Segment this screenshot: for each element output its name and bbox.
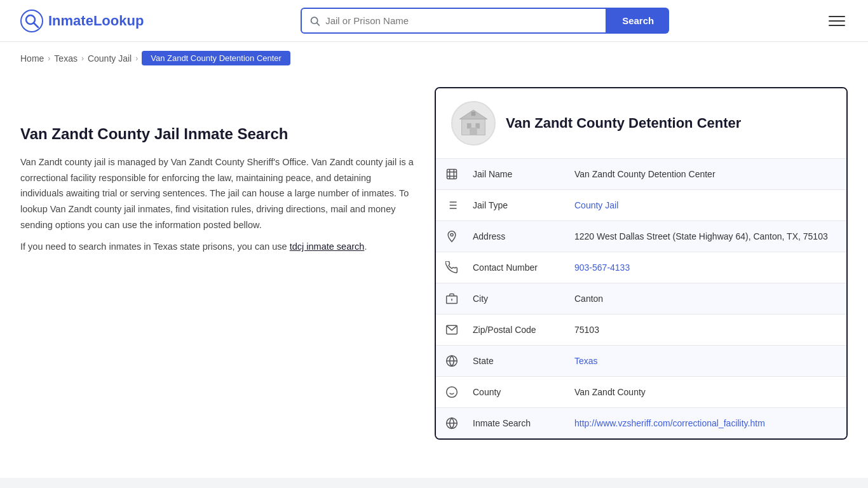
info-value: 75103 bbox=[569, 316, 846, 344]
info-row: StateTexas bbox=[436, 345, 846, 376]
breadcrumb-sep-3: › bbox=[135, 54, 138, 63]
description-paragraph-2: If you need to search inmates in Texas s… bbox=[20, 239, 414, 255]
info-value[interactable]: County Jail bbox=[569, 191, 846, 219]
svg-line-4 bbox=[317, 22, 320, 25]
footer-area bbox=[0, 478, 868, 488]
search-button[interactable]: Search bbox=[607, 8, 669, 34]
info-label: Jail Type bbox=[468, 191, 569, 219]
search-input[interactable] bbox=[325, 9, 598, 32]
info-label: State bbox=[468, 347, 569, 375]
info-value[interactable]: http://www.vzsheriff.com/correctional_fa… bbox=[569, 409, 846, 437]
svg-point-22 bbox=[451, 233, 453, 236]
info-card: Van Zandt County Detention Center Jail N… bbox=[435, 87, 848, 440]
svg-point-30 bbox=[447, 387, 458, 398]
info-label: Zip/Postal Code bbox=[468, 316, 569, 344]
svg-rect-10 bbox=[471, 112, 476, 116]
info-value-link[interactable]: Texas bbox=[574, 356, 598, 366]
globe-icon bbox=[436, 346, 468, 376]
info-value-link[interactable]: County Jail bbox=[574, 200, 618, 210]
info-label: City bbox=[468, 285, 569, 313]
info-label: County bbox=[468, 378, 569, 406]
info-value[interactable]: 903-567-4133 bbox=[569, 254, 846, 281]
logo-icon bbox=[20, 10, 43, 32]
info-rows: Jail NameVan Zandt County Detention Cent… bbox=[436, 158, 846, 438]
info-value: Van Zandt County Detention Center bbox=[569, 160, 846, 188]
breadcrumb-sep-2: › bbox=[81, 54, 84, 63]
breadcrumb-home[interactable]: Home bbox=[20, 53, 44, 64]
mail-icon bbox=[436, 315, 468, 345]
info-value: 1220 West Dallas Street (State Highway 6… bbox=[569, 222, 846, 250]
info-row: Jail TypeCounty Jail bbox=[436, 189, 846, 220]
hamburger-menu[interactable] bbox=[826, 13, 848, 29]
county-icon bbox=[436, 377, 468, 407]
search-input-wrapper bbox=[301, 8, 607, 34]
info-row: CityCanton bbox=[436, 283, 846, 314]
info-value: Van Zandt County bbox=[569, 378, 846, 406]
info-row: CountyVan Zandt County bbox=[436, 376, 846, 407]
breadcrumb: Home › Texas › County Jail › Van Zandt C… bbox=[0, 42, 868, 74]
breadcrumb-texas[interactable]: Texas bbox=[54, 53, 78, 64]
search-bar: Search bbox=[301, 8, 669, 34]
svg-point-0 bbox=[21, 10, 43, 32]
facility-image bbox=[451, 101, 496, 146]
breadcrumb-county-jail[interactable]: County Jail bbox=[88, 53, 132, 64]
info-row: Contact Number903-567-4133 bbox=[436, 252, 846, 283]
city-icon bbox=[436, 283, 468, 314]
location-icon bbox=[436, 221, 468, 252]
search-globe-icon bbox=[436, 408, 468, 438]
jail-icon bbox=[436, 159, 468, 189]
svg-rect-8 bbox=[470, 128, 477, 135]
breadcrumb-current: Van Zandt County Detention Center bbox=[142, 51, 290, 65]
info-label: Inmate Search bbox=[468, 409, 569, 437]
logo[interactable]: InmateLookup bbox=[20, 10, 144, 32]
breadcrumb-sep-1: › bbox=[48, 54, 50, 63]
info-row: Address1220 West Dallas Street (State Hi… bbox=[436, 220, 846, 252]
info-value-link[interactable]: http://www.vzsheriff.com/correctional_fa… bbox=[574, 418, 765, 428]
header: InmateLookup Search bbox=[0, 0, 868, 42]
description-paragraph-1: Van Zandt county jail is managed by Van … bbox=[20, 154, 414, 233]
search-icon bbox=[309, 15, 320, 27]
info-label: Jail Name bbox=[468, 160, 569, 188]
phone-icon bbox=[436, 252, 468, 283]
svg-rect-11 bbox=[447, 170, 457, 179]
info-value[interactable]: Texas bbox=[569, 347, 846, 375]
left-panel: Van Zandt County Jail Inmate Search Van … bbox=[20, 87, 414, 440]
page-title: Van Zandt County Jail Inmate Search bbox=[20, 125, 414, 143]
info-label: Contact Number bbox=[468, 254, 569, 281]
card-title: Van Zandt County Detention Center bbox=[506, 115, 741, 132]
info-value-link[interactable]: 903-567-4133 bbox=[574, 262, 630, 273]
info-value: Canton bbox=[569, 285, 846, 313]
info-row: Inmate Searchhttp://www.vzsheriff.com/co… bbox=[436, 407, 846, 438]
list-icon bbox=[436, 190, 468, 220]
facility-building-icon bbox=[458, 107, 489, 139]
card-header: Van Zandt County Detention Center bbox=[436, 88, 846, 158]
tdcj-link[interactable]: tdcj inmate search bbox=[290, 241, 365, 252]
info-label: Address bbox=[468, 222, 569, 250]
info-row: Jail NameVan Zandt County Detention Cent… bbox=[436, 158, 846, 189]
main-content: Van Zandt County Jail Inmate Search Van … bbox=[0, 74, 868, 465]
info-row: Zip/Postal Code75103 bbox=[436, 314, 846, 345]
logo-text: InmateLookup bbox=[48, 13, 144, 29]
